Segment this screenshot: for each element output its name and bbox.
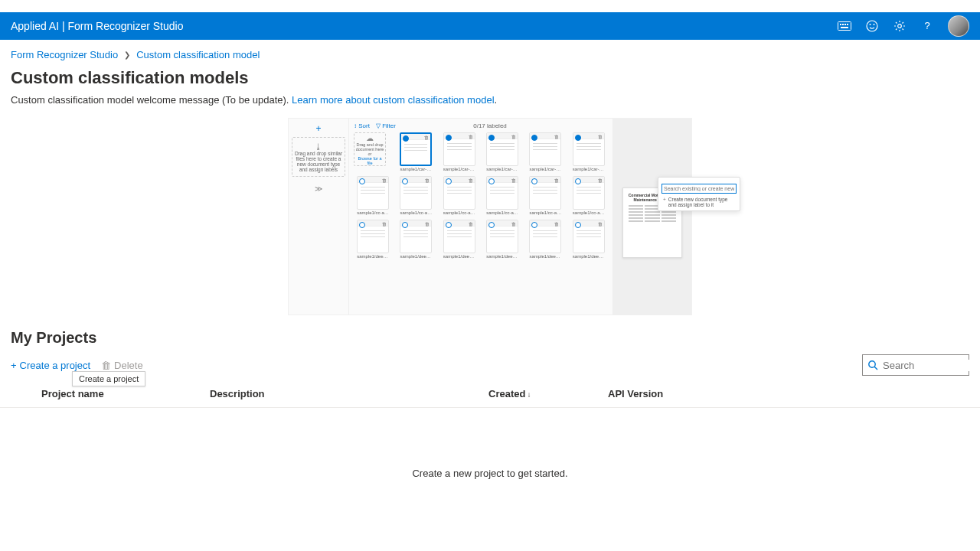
- thumbnail-label: sample1/cc-auth/C...: [573, 210, 605, 215]
- thumbnail[interactable]: 🗑: [486, 132, 518, 166]
- add-doc-type-icon[interactable]: +: [315, 123, 321, 134]
- create-new-doc-type-option[interactable]: +Create new document type and assign lab…: [662, 194, 737, 207]
- app-title: Applied AI | Form Recognizer Studio: [11, 20, 183, 32]
- projects-actions: + Create a project 🗑 Delete Create a pro…: [0, 351, 980, 380]
- thumbnail-label: sample1/car-maint...: [529, 167, 561, 171]
- thumbnail-label: sample1/cc-auth/C...: [357, 210, 389, 215]
- svg-rect-0: [838, 22, 851, 31]
- feedback-icon[interactable]: [865, 19, 879, 33]
- projects-title: My Projects: [0, 324, 980, 351]
- svg-rect-5: [841, 27, 848, 28]
- breadcrumb: Form Recognizer Studio ❯ Custom classifi…: [0, 40, 980, 65]
- filter-button[interactable]: ▽ Filter: [376, 122, 396, 129]
- thumbnail-label: sample1/cc-auth/C...: [400, 210, 432, 215]
- thumbnail-label: sample1/deed-of-t...: [443, 254, 475, 259]
- thumbnail[interactable]: 🗑: [357, 176, 389, 210]
- thumbnail[interactable]: 🗑: [529, 176, 561, 210]
- svg-rect-4: [847, 24, 848, 25]
- hero-illustration: + ⭳ Drag and drop similar files here to …: [0, 113, 980, 324]
- col-project-name[interactable]: Project name: [11, 388, 210, 399]
- sort-desc-icon: ↓: [527, 390, 531, 399]
- drop-type-text: Drag and drop similar files here to crea…: [294, 151, 343, 172]
- label-count: 0/17 labeled: [473, 122, 507, 129]
- label-search-input[interactable]: [662, 184, 737, 194]
- col-api-version[interactable]: API Version: [608, 388, 969, 399]
- hero-gallery: ↕ Sort ▽ Filter 0/17 labeled ☁ Drag and …: [348, 119, 613, 315]
- topbar-actions: ?: [838, 15, 969, 37]
- thumbnail-label: sample1/deed-of-t...: [573, 254, 605, 259]
- breadcrumb-root[interactable]: Form Recognizer Studio: [11, 49, 118, 60]
- thumbnail-label: sample1/deed-of-t...: [486, 254, 518, 259]
- hero-sidebar: + ⭳ Drag and drop similar files here to …: [289, 119, 348, 315]
- settings-icon[interactable]: [893, 19, 906, 33]
- thumbnail[interactable]: 🗑: [486, 176, 518, 210]
- thumbnail-label: sample1/car-maint...: [400, 167, 432, 171]
- browse-file-link[interactable]: Browse for a file: [355, 156, 384, 165]
- thumbnail-label: sample1/cc-auth/C...: [443, 210, 475, 215]
- svg-point-9: [898, 24, 902, 28]
- chevron-right-icon: ❯: [124, 51, 130, 59]
- thumbnail-label: sample1/car-maint...: [443, 167, 475, 171]
- col-created[interactable]: Created↓: [488, 388, 608, 399]
- drop-type-zone[interactable]: ⭳ Drag and drop similar files here to cr…: [292, 137, 345, 177]
- welcome-text: Custom classification model welcome mess…: [0, 94, 980, 113]
- collapse-icon[interactable]: ≫: [315, 184, 322, 193]
- learn-more-link[interactable]: Learn more about custom classification m…: [292, 94, 494, 106]
- top-bar: Applied AI | Form Recognizer Studio ?: [0, 12, 980, 40]
- breadcrumb-current[interactable]: Custom classification model: [136, 49, 260, 60]
- thumbnail-label: sample1/deed-of-t...: [529, 254, 561, 259]
- empty-state: Create a new project to get started.: [0, 408, 980, 539]
- thumbnail[interactable]: 🗑: [573, 220, 605, 253]
- project-search-input[interactable]: [883, 360, 980, 371]
- thumbnail-label: sample1/deed-of-t...: [400, 254, 432, 259]
- col-description[interactable]: Description: [210, 388, 488, 399]
- create-project-button[interactable]: + Create a project: [11, 360, 90, 371]
- thumbnail[interactable]: 🗑: [573, 132, 605, 166]
- thumbnail[interactable]: 🗑: [400, 132, 432, 166]
- svg-line-12: [874, 367, 877, 370]
- create-project-tooltip: Create a project: [72, 371, 145, 386]
- label-popover: +Create new document type and assign lab…: [658, 177, 740, 211]
- projects-table-header: Project name Description Created↓ API Ve…: [0, 380, 980, 408]
- svg-point-8: [874, 24, 875, 25]
- drop-doc-text: Drag and drop document here: [355, 142, 384, 152]
- trash-icon: 🗑: [101, 360, 111, 371]
- svg-text:?: ?: [924, 20, 929, 31]
- plus-icon: +: [663, 197, 666, 207]
- page-title: Custom classification models: [0, 65, 980, 94]
- svg-point-11: [869, 361, 875, 367]
- thumbnail[interactable]: 🗑: [443, 220, 475, 253]
- thumbnail[interactable]: 🗑: [443, 176, 475, 210]
- thumbnail-label: sample1/cc-auth/C...: [486, 210, 518, 215]
- download-icon: ⭳: [315, 142, 322, 151]
- svg-rect-2: [842, 24, 844, 25]
- svg-rect-1: [840, 24, 841, 25]
- plus-icon: +: [11, 360, 17, 371]
- avatar[interactable]: [948, 15, 969, 37]
- drop-document-zone[interactable]: ☁ Drag and drop document here or Browse …: [354, 132, 386, 166]
- thumbnail-grid: ☁ Drag and drop document here or Browse …: [354, 132, 608, 259]
- thumbnail[interactable]: 🗑: [400, 176, 432, 210]
- sort-button[interactable]: ↕ Sort: [354, 122, 370, 129]
- svg-rect-3: [844, 24, 846, 25]
- thumbnail[interactable]: 🗑: [400, 220, 432, 253]
- welcome-prefix: Custom classification model welcome mess…: [11, 94, 292, 106]
- help-icon[interactable]: ?: [920, 19, 934, 33]
- thumbnail[interactable]: 🗑: [573, 176, 605, 210]
- thumbnail[interactable]: 🗑: [529, 220, 561, 253]
- thumbnail-label: sample1/deed-of-t...: [357, 254, 389, 259]
- thumbnail[interactable]: 🗑: [486, 220, 518, 253]
- keyboard-icon[interactable]: [838, 19, 851, 33]
- thumbnail[interactable]: 🗑: [529, 132, 561, 166]
- search-icon: [867, 360, 878, 370]
- thumbnail-label: sample1/car-maint...: [573, 167, 605, 171]
- preview-pane: Commercial Motor VehicleMaintenance Reco…: [613, 119, 691, 315]
- thumbnail-label: sample1/cc-auth/C...: [529, 210, 561, 215]
- thumbnail[interactable]: 🗑: [357, 220, 389, 253]
- cloud-upload-icon: ☁: [366, 134, 374, 142]
- thumbnail[interactable]: 🗑: [443, 132, 475, 166]
- svg-point-7: [870, 24, 871, 25]
- delete-project-button: 🗑 Delete: [101, 360, 143, 371]
- thumbnail-label: sample1/car-maint...: [486, 167, 518, 171]
- project-search[interactable]: [862, 354, 969, 376]
